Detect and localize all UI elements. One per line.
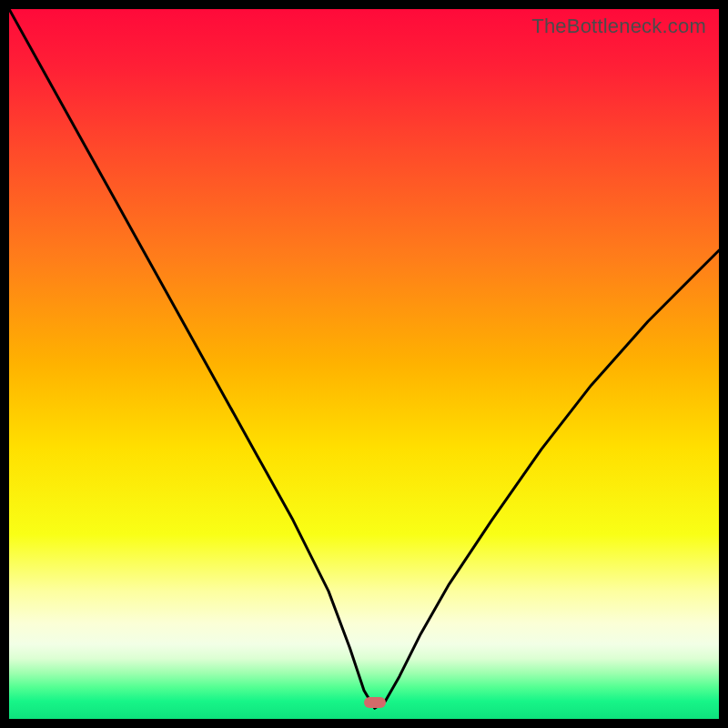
min-marker [364,697,386,708]
chart-frame: TheBottleneck.com [9,9,719,719]
chart-background [9,9,719,719]
chart-svg [9,9,719,719]
watermark-text: TheBottleneck.com [531,15,706,38]
